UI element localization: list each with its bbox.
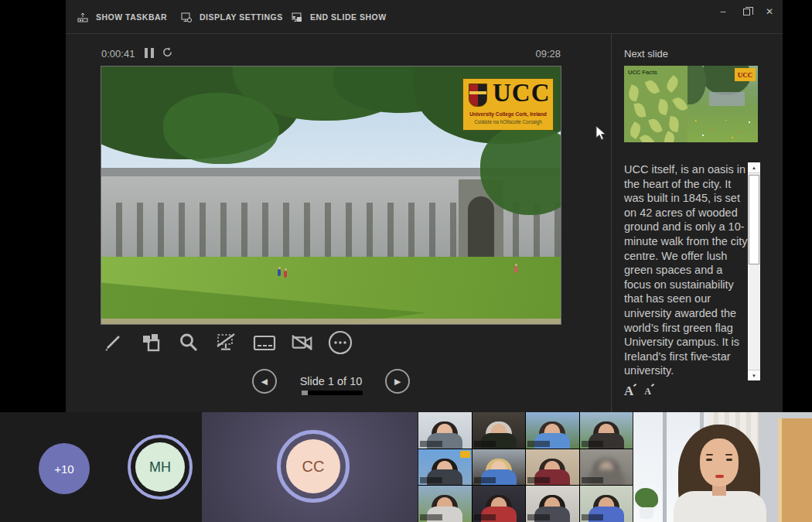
camera-off-icon bbox=[289, 330, 316, 355]
slide-counter: Slide 1 of 10 bbox=[300, 375, 363, 387]
presenter-toolbar bbox=[100, 329, 353, 356]
participants-strip: +10 MH CC bbox=[0, 412, 812, 522]
participant-video[interactable] bbox=[526, 449, 579, 486]
notes-scrollbar[interactable]: ▲ ▼ bbox=[748, 162, 760, 380]
self-video-tile[interactable] bbox=[633, 412, 812, 522]
participant-name-badge bbox=[474, 514, 496, 520]
ucc-crest-icon bbox=[469, 84, 487, 107]
participant-video[interactable] bbox=[580, 412, 633, 449]
reset-timer-button[interactable] bbox=[162, 46, 173, 60]
blank-screen-button[interactable] bbox=[213, 329, 240, 356]
more-options-button[interactable] bbox=[327, 329, 353, 356]
campus-lawn bbox=[101, 257, 561, 324]
slide-progress-fill bbox=[302, 391, 308, 395]
magnifier-icon bbox=[176, 330, 201, 355]
facts-title: UCC Facts bbox=[628, 69, 657, 76]
participant-video[interactable] bbox=[473, 449, 526, 486]
leaf-icon bbox=[657, 99, 670, 116]
camera-off-button[interactable] bbox=[289, 329, 316, 356]
increase-font-button[interactable]: A bbox=[624, 384, 633, 399]
ucc-logo-small: UCC bbox=[735, 68, 756, 81]
blank-screen-icon bbox=[213, 330, 240, 355]
ucc-logo: UCC University College Cork, Ireland Col… bbox=[463, 79, 553, 130]
leaf-icon bbox=[645, 78, 660, 96]
pen-tool-button[interactable] bbox=[100, 329, 126, 356]
participant-name-badge bbox=[420, 441, 442, 447]
display-settings-icon bbox=[180, 11, 193, 23]
participant-name-badge bbox=[474, 477, 496, 483]
participant-avatar-cc: CC bbox=[277, 430, 350, 503]
next-slide-button[interactable]: ▶ bbox=[385, 369, 410, 394]
participant-name-badge bbox=[474, 441, 496, 447]
overflow-participants-badge[interactable]: +10 bbox=[39, 443, 90, 494]
next-slide-label: Next slide bbox=[624, 48, 668, 60]
avatar-initials: CC bbox=[286, 439, 340, 493]
participant-name-badge bbox=[582, 477, 604, 483]
show-taskbar-button[interactable]: SHOW TASKBAR bbox=[77, 0, 167, 34]
participant-video[interactable] bbox=[526, 486, 579, 522]
current-slide[interactable]: UCC University College Cork, Ireland Col… bbox=[101, 67, 561, 324]
previous-arrow-icon: ◀ bbox=[261, 377, 267, 387]
scroll-down-icon[interactable]: ▼ bbox=[748, 370, 760, 380]
leaf-icon bbox=[664, 75, 681, 93]
facts-panel: UCC Facts bbox=[624, 66, 687, 142]
participant-video[interactable] bbox=[418, 412, 472, 449]
more-options-icon bbox=[327, 329, 353, 356]
scrollbar-thumb[interactable] bbox=[749, 175, 759, 264]
participant-tile-cc[interactable]: CC bbox=[202, 412, 418, 522]
taskbar-icon bbox=[77, 11, 89, 23]
show-taskbar-label: SHOW TASKBAR bbox=[96, 12, 167, 22]
participant-video[interactable] bbox=[580, 486, 633, 522]
next-slide-thumbnail[interactable]: UCC Facts UCC bbox=[624, 66, 758, 142]
pen-icon bbox=[101, 330, 125, 355]
participant-video[interactable] bbox=[473, 486, 526, 522]
leaf-icon bbox=[633, 102, 646, 118]
leaf-icon bbox=[640, 132, 657, 142]
presentation-timer: 0:00:41 bbox=[101, 48, 135, 60]
plant bbox=[635, 488, 658, 508]
cabinet bbox=[778, 418, 812, 522]
participant-video[interactable] bbox=[580, 449, 633, 486]
participant-video[interactable] bbox=[418, 486, 472, 522]
all-slides-button[interactable] bbox=[138, 329, 164, 356]
captions-icon bbox=[251, 330, 278, 355]
end-slide-show-button[interactable]: END SLIDE SHOW bbox=[291, 0, 387, 34]
captions-button[interactable] bbox=[251, 329, 278, 356]
slide-progress-bar bbox=[302, 391, 363, 395]
decrease-font-button[interactable]: A bbox=[644, 384, 651, 399]
leaf-icon bbox=[662, 131, 677, 142]
leaf-icon bbox=[672, 95, 687, 113]
zoom-tool-button[interactable] bbox=[176, 329, 202, 356]
speaker-notes[interactable]: UCC itself, is an oasis in the heart of … bbox=[624, 162, 748, 380]
display-settings-button[interactable]: DISPLAY SETTINGS ▼ bbox=[180, 0, 297, 34]
previous-slide-button[interactable]: ◀ bbox=[252, 369, 277, 394]
participant-video[interactable] bbox=[418, 449, 472, 486]
notes-font-controls: A A bbox=[624, 384, 651, 399]
participant-video[interactable] bbox=[473, 412, 526, 449]
wall-clock: 09:28 bbox=[526, 48, 561, 60]
end-slide-show-label: END SLIDE SHOW bbox=[310, 12, 387, 22]
leaf-icon bbox=[626, 84, 641, 101]
leaf-icon bbox=[667, 116, 680, 132]
participant-video[interactable] bbox=[526, 412, 579, 449]
leaf-icon bbox=[648, 117, 663, 134]
participant-name-badge bbox=[527, 477, 550, 483]
pause-timer-button[interactable] bbox=[142, 48, 156, 60]
display-settings-label: DISPLAY SETTINGS bbox=[200, 12, 283, 22]
avatar-initials: MH bbox=[135, 442, 185, 492]
participant-grid bbox=[418, 412, 633, 522]
end-slide-show-icon bbox=[291, 11, 303, 23]
next-arrow-icon: ▶ bbox=[394, 377, 401, 387]
participant-name-badge bbox=[527, 514, 550, 520]
participant-name-badge bbox=[582, 441, 604, 447]
participant-avatar-mh[interactable]: MH bbox=[128, 435, 193, 500]
reset-timer-icon bbox=[162, 46, 173, 58]
presenter-window: SHOW TASKBAR DISPLAY SETTINGS ▼ END SLID… bbox=[66, 0, 783, 412]
participant-name-badge bbox=[420, 514, 442, 520]
panel-divider bbox=[611, 34, 612, 412]
meadow-photo: UCC bbox=[687, 66, 758, 142]
participant-name-badge bbox=[420, 477, 442, 483]
participant-name-badge bbox=[527, 441, 550, 447]
next-slide-panel: Next slide UCC Facts UCC UCC itself, is … bbox=[624, 0, 762, 412]
scroll-up-icon[interactable]: ▲ bbox=[748, 162, 760, 173]
